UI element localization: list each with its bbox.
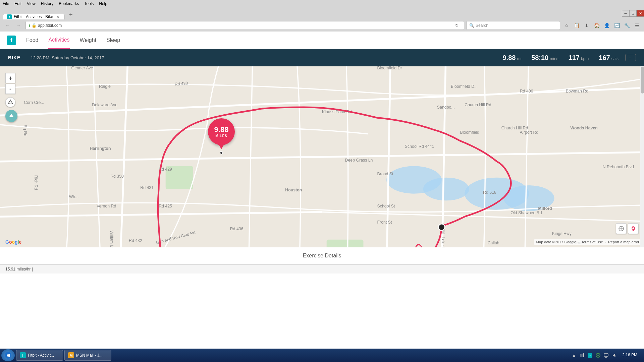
svg-text:Rd 406: Rd 406 — [520, 89, 533, 94]
map-data-text: Map data ©2017 Google — [536, 240, 576, 244]
reading-list-button[interactable]: 📋 — [572, 21, 581, 30]
exercise-details-label: Exercise Details — [303, 253, 341, 258]
stat-duration: 58:10 mins — [531, 54, 558, 62]
map-controls: + - — [5, 73, 17, 122]
svg-text:): ) — [615, 355, 616, 357]
distance-unit: mi — [517, 56, 521, 61]
more-options-button[interactable]: ··· — [625, 54, 636, 61]
map-scrollbar[interactable] — [640, 66, 644, 247]
svg-text:Rd 436: Rd 436 — [230, 227, 244, 231]
svg-text:Rd 350: Rd 350 — [110, 174, 124, 179]
nav-sleep[interactable]: Sleep — [106, 32, 120, 49]
window-close-button[interactable]: ✕ — [637, 10, 644, 17]
taskbar-clock[interactable]: 2:16 PM — [620, 353, 640, 358]
svg-text:Rd 431: Rd 431 — [140, 185, 154, 190]
svg-text:School St: School St — [377, 204, 395, 208]
stat-distance: 9.88 mi — [502, 54, 521, 62]
fitbit-map-button[interactable] — [5, 110, 17, 122]
svg-text:Milford: Milford — [538, 206, 552, 211]
heart-rate-unit: bpm — [581, 56, 589, 61]
svg-point-77 — [438, 224, 445, 230]
svg-text:Woods Haven: Woods Haven — [571, 126, 598, 130]
menu-edit[interactable]: Edit — [14, 1, 21, 6]
map-location-button[interactable] — [628, 223, 639, 234]
svg-text:Sandbo...: Sandbo... — [437, 105, 455, 110]
nav-weight[interactable]: Weight — [80, 32, 97, 49]
nav-food[interactable]: Food — [26, 32, 38, 49]
taskbar-msn-tab[interactable]: M MSN Mail - J... — [64, 350, 111, 361]
svg-text:Broad St: Broad St — [377, 172, 394, 176]
menu-history[interactable]: History — [41, 1, 53, 6]
tab-close-button[interactable]: ✕ — [55, 14, 60, 19]
taskbar-fitbit-tab[interactable]: f Fitbit - Activit... — [16, 350, 63, 361]
address-bar[interactable]: ℹ 🔒 app.fitbit.com ↻ — [25, 21, 464, 30]
distance-dot — [220, 151, 223, 155]
svg-text:Bloomfield D...: Bloomfield D... — [451, 84, 478, 89]
nav-activities[interactable]: Activities — [48, 32, 69, 49]
menu-tools[interactable]: Tools — [84, 1, 94, 6]
zoom-in-button[interactable]: + — [5, 73, 15, 83]
extensions-button[interactable]: 🔧 — [623, 21, 631, 30]
tray-expand-icon[interactable]: ▲ — [571, 353, 577, 358]
svg-rect-93 — [582, 354, 583, 357]
distance-value: 9.88 — [502, 54, 516, 62]
svg-text:School Rd 4441: School Rd 4441 — [405, 144, 434, 149]
svg-text:Rg Rd: Rg Rd — [23, 125, 28, 136]
window-minimize-button[interactable]: ─ — [622, 10, 629, 17]
terms-of-use-link[interactable]: Terms of Use — [581, 240, 603, 244]
bookmarks-star-button[interactable]: ☆ — [562, 21, 571, 30]
heart-rate-value: 117 — [569, 54, 580, 62]
back-button[interactable]: ← — [3, 21, 12, 30]
tray-volume-icon[interactable]: ) — [611, 353, 617, 358]
menu-file[interactable]: File — [3, 1, 9, 6]
svg-text:William M Chambers Jr Rd: William M Chambers Jr Rd — [109, 230, 114, 247]
system-tray: ▲ f — [569, 353, 643, 358]
map-chart-button[interactable] — [616, 223, 627, 234]
tray-fitbit-icon[interactable]: f — [587, 353, 593, 358]
window-maximize-button[interactable]: □ — [629, 10, 637, 17]
forward-button[interactable]: → — [14, 21, 23, 30]
menu-help[interactable]: Help — [99, 1, 107, 6]
distance-bubble-value: 9.88 — [214, 126, 229, 134]
svg-text:Harrington: Harrington — [90, 146, 111, 151]
home-button[interactable]: 🏠 — [592, 21, 601, 30]
menu-bookmarks[interactable]: Bookmarks — [59, 1, 79, 6]
search-bar[interactable]: 🔍 Search — [466, 21, 560, 30]
report-map-error-link[interactable]: Report a map error — [608, 240, 639, 244]
distance-bubble: 9.88 MILES — [208, 118, 235, 145]
map-terrain-button[interactable] — [5, 97, 15, 107]
duration-unit: mins — [550, 56, 558, 61]
activity-stats: 9.88 mi 58:10 mins 117 bpm 167 cals — [502, 54, 619, 62]
sync-button[interactable]: 🔄 — [612, 21, 621, 30]
zoom-out-button[interactable]: - — [5, 84, 15, 94]
calories-unit: cals — [611, 56, 619, 61]
menu-view[interactable]: View — [27, 1, 36, 6]
svg-text:Church Hill Rd: Church Hill Rd — [501, 126, 528, 130]
menu-button[interactable]: ☰ — [633, 21, 641, 30]
browser-tab-fitbit[interactable]: f Fitbit - Activities - Bike ✕ — [3, 14, 65, 19]
tray-network-icon[interactable] — [579, 353, 585, 358]
svg-text:Corn Cre...: Corn Cre... — [24, 100, 44, 105]
svg-rect-11 — [327, 240, 364, 247]
svg-text:Vernon Rd: Vernon Rd — [97, 204, 116, 208]
svg-text:N Rehoboth Blvd: N Rehoboth Blvd — [603, 165, 634, 169]
svg-text:⊞: ⊞ — [6, 353, 10, 358]
stat-calories: 167 cals — [599, 54, 619, 62]
svg-text:Raigie: Raigie — [99, 84, 111, 89]
new-tab-button[interactable]: + — [66, 10, 75, 19]
svg-text:Rd 618: Rd 618 — [483, 190, 496, 195]
svg-text:Delaware Ave: Delaware Ave — [92, 103, 117, 107]
map-attribution: Map data ©2017 Google · Terms of Use · R… — [534, 239, 641, 245]
scrollbar-thumb[interactable] — [641, 67, 644, 94]
download-button[interactable]: ⬇ — [582, 21, 591, 30]
activity-datetime: 12:28 PM, Saturday October 14, 2017 — [31, 55, 496, 60]
svg-text:Church Hill Rd: Church Hill Rd — [465, 103, 491, 107]
reload-button[interactable]: ↻ — [452, 21, 461, 30]
tray-display-icon[interactable] — [603, 353, 609, 358]
profile-button[interactable]: 👤 — [602, 21, 611, 30]
fitbit-logo: f — [7, 36, 16, 45]
svg-text:Front St: Front St — [377, 220, 392, 225]
start-button[interactable]: ⊞ — [1, 349, 15, 361]
svg-point-6 — [423, 178, 469, 201]
tray-color-icon[interactable] — [595, 353, 601, 358]
